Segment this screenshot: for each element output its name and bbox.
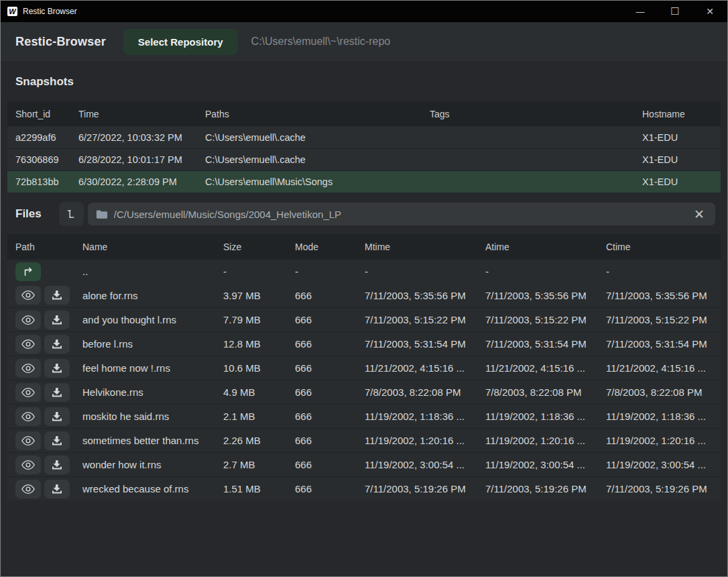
column-header-name: Name (82, 242, 223, 252)
column-header-ctime: Ctime (606, 242, 713, 252)
files-rows: alone for.rns 3.97 MB 666 7/11/2003, 5:3… (7, 283, 721, 501)
download-icon (51, 387, 63, 398)
close-button[interactable]: ✕ (692, 1, 727, 22)
file-ctime: 11/19/2002, 1:20:16 ... (606, 435, 713, 446)
file-name: feel home now !.rns (82, 362, 223, 374)
file-size: 1.51 MB (223, 483, 295, 494)
file-name: wrecked because of.rns (82, 483, 223, 494)
download-file-button[interactable] (44, 383, 70, 402)
file-mode: 666 (295, 290, 365, 301)
column-header-short-id: Short_id (15, 109, 78, 119)
download-icon (51, 411, 63, 422)
file-mtime: 11/21/2002, 4:15:16 ... (365, 362, 485, 374)
column-header-path: Path (15, 242, 82, 252)
download-file-button[interactable] (44, 286, 70, 305)
files-section-title: Files (15, 207, 42, 221)
column-header-paths: Paths (205, 109, 430, 119)
preview-file-button[interactable] (15, 456, 41, 474)
app-title: Restic-Browser (15, 35, 106, 49)
snapshot-row[interactable]: 72b813bb 6/30/2022, 2:28:09 PM C:\Users\… (7, 170, 721, 193)
preview-file-button[interactable] (15, 431, 41, 450)
file-name: sometimes better than.rns (82, 435, 223, 446)
snapshot-short-id: a2299af6 (15, 132, 78, 143)
preview-file-button[interactable] (15, 335, 41, 354)
file-mode: 666 (295, 362, 365, 374)
file-size: 2.7 MB (223, 459, 295, 470)
snapshot-paths: C:\Users\emuell\.cache (205, 154, 430, 165)
snapshots-table-header: Short_id Time Paths Tags Hostname (7, 101, 721, 126)
parent-row-mode: - (295, 266, 365, 277)
preview-file-button[interactable] (15, 383, 41, 402)
download-file-button[interactable] (44, 311, 70, 329)
wails-logo-icon: W (7, 7, 17, 16)
current-path-field[interactable]: ✕ (88, 203, 715, 225)
file-atime: 7/8/2003, 8:22:08 PM (485, 386, 606, 398)
file-name: alone for.rns (82, 290, 223, 301)
preview-file-button[interactable] (15, 407, 41, 426)
snapshot-hostname: X1-EDU (642, 176, 713, 187)
file-mtime: 7/11/2003, 5:31:54 PM (365, 338, 485, 350)
download-file-button[interactable] (44, 359, 70, 378)
file-mtime: 7/8/2003, 8:22:08 PM (365, 386, 485, 398)
eye-icon (21, 460, 36, 470)
tree-view-button[interactable] (59, 202, 84, 226)
path-input[interactable] (114, 209, 691, 220)
go-up-directory-button[interactable] (15, 262, 41, 281)
snapshot-row[interactable]: 76306869 6/28/2022, 10:01:17 PM C:\Users… (7, 148, 721, 170)
parent-row-name: .. (82, 266, 223, 277)
file-row: and you thought l.rns 7.79 MB 666 7/11/2… (7, 307, 721, 331)
file-name: wonder how it.rns (82, 459, 223, 470)
files-table-header: Path Name Size Mode Mtime Atime Ctime (7, 234, 721, 259)
download-file-button[interactable] (44, 456, 70, 474)
repository-path-text: C:\Users\emuell\~\restic-repo (251, 36, 391, 48)
download-icon (51, 435, 63, 446)
files-table: Path Name Size Mode Mtime Atime Ctime (7, 234, 721, 501)
snapshot-row[interactable]: a2299af6 6/27/2022, 10:03:32 PM C:\Users… (7, 126, 721, 148)
eye-icon (21, 290, 36, 301)
minimize-button[interactable]: — (623, 1, 658, 22)
preview-file-button[interactable] (15, 311, 41, 329)
select-repository-button[interactable]: Select Repository (123, 29, 238, 55)
snapshots-section-title: Snapshots (15, 75, 713, 89)
title-bar: W Restic Browser — ☐ ✕ (1, 1, 727, 22)
snapshot-hostname: X1-EDU (642, 132, 713, 143)
parent-directory-row: .. - - - - - (7, 259, 721, 283)
column-header-mode: Mode (295, 242, 365, 252)
parent-row-mtime: - (365, 266, 485, 277)
download-file-button[interactable] (44, 407, 70, 426)
download-icon (51, 460, 63, 470)
eye-icon (21, 363, 36, 374)
download-icon (51, 315, 63, 325)
snapshot-short-id: 72b813bb (15, 176, 78, 187)
parent-row-atime: - (485, 266, 606, 277)
file-atime: 11/19/2002, 3:00:54 ... (485, 459, 606, 470)
file-mode: 666 (295, 435, 365, 446)
download-file-button[interactable] (44, 431, 70, 450)
preview-file-button[interactable] (15, 480, 41, 499)
file-name: Helvikone.rns (82, 386, 223, 398)
eye-icon (21, 411, 36, 422)
download-icon (51, 339, 63, 350)
download-file-button[interactable] (44, 480, 70, 499)
maximize-button[interactable]: ☐ (658, 1, 692, 22)
file-mtime: 11/19/2002, 3:00:54 ... (365, 459, 485, 470)
clear-path-button[interactable]: ✕ (691, 208, 707, 221)
file-size: 2.1 MB (223, 411, 295, 422)
tree-icon (65, 208, 77, 220)
file-name: moskito he said.rns (82, 411, 223, 422)
download-file-button[interactable] (44, 335, 70, 354)
file-ctime: 7/11/2003, 5:31:54 PM (606, 338, 713, 350)
column-header-atime: Atime (485, 242, 606, 252)
snapshot-time: 6/28/2022, 10:01:17 PM (78, 154, 205, 165)
column-header-hostname: Hostname (642, 109, 713, 119)
file-atime: 7/11/2003, 5:19:26 PM (485, 483, 606, 494)
file-mode: 666 (295, 411, 365, 422)
file-row: feel home now !.rns 10.6 MB 666 11/21/20… (7, 356, 721, 380)
file-mtime: 7/11/2003, 5:19:26 PM (365, 483, 485, 494)
preview-file-button[interactable] (15, 286, 41, 305)
download-icon (51, 363, 63, 374)
file-row: sometimes better than.rns 2.26 MB 666 11… (7, 428, 721, 452)
window-title: Restic Browser (23, 7, 77, 16)
column-header-time: Time (78, 109, 205, 119)
preview-file-button[interactable] (15, 359, 41, 378)
